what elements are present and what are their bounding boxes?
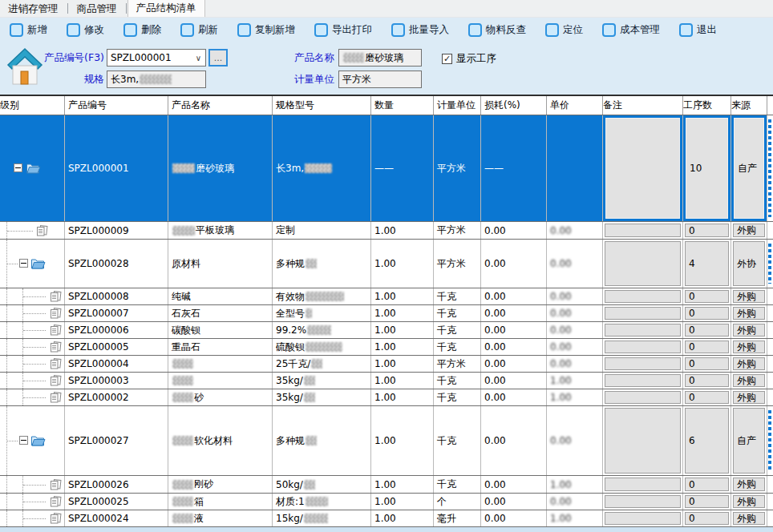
source-box: 外购	[733, 512, 765, 525]
cell-loss: 0.00	[481, 240, 547, 288]
column-header-price[interactable]: 单价	[547, 96, 603, 115]
document-icon	[49, 375, 62, 387]
source-box: 自产	[733, 408, 765, 474]
cost-management-button[interactable]: 成本管理	[602, 23, 660, 37]
product-code-combo[interactable]: SPZL000001 ∨	[107, 49, 206, 66]
cell-product-name: 箱	[168, 494, 273, 510]
column-header-loss[interactable]: 损耗(%)	[481, 96, 547, 115]
source-box: 外购	[733, 357, 765, 370]
column-header-product-name[interactable]: 产品名称	[168, 96, 273, 115]
add-button[interactable]: 新增	[10, 23, 47, 37]
cell-product-name: 液	[168, 510, 273, 526]
table-row[interactable]: SPZL00000425千克/1.00平方米0.000.000外购	[0, 356, 773, 373]
cell-edge	[767, 339, 773, 355]
locate-button[interactable]: 定位	[545, 23, 583, 37]
column-header-unit[interactable]: 计量单位	[434, 96, 481, 115]
remark-box	[605, 408, 681, 474]
export-print-button[interactable]: 导出打印	[314, 23, 372, 37]
cell-edge	[767, 373, 773, 389]
cell-spec: 35kg/	[273, 389, 371, 405]
show-process-label: 显示工序	[456, 52, 496, 66]
cell-level	[0, 222, 65, 239]
redacted-blur	[172, 226, 195, 236]
table-row[interactable]: SPZL000006碳酸钡99.2% 1.00千克0.000.000外购	[0, 322, 773, 339]
cell-price: 0.00	[547, 356, 603, 372]
cell-remark	[603, 494, 683, 510]
folder-open-icon	[30, 435, 46, 447]
cell-edge	[767, 288, 773, 304]
table-row[interactable]: SPZL000025箱材质:11.00个0.000.000外购	[0, 494, 773, 510]
tab-inventory-management[interactable]: 进销存管理	[0, 1, 67, 17]
process-count-box: 0	[685, 512, 729, 525]
redacted-blur	[304, 480, 315, 490]
column-header-spec[interactable]: 规格型号	[273, 96, 371, 115]
delete-button[interactable]: 删除	[123, 23, 161, 37]
table-row[interactable]: SPZL00000335kg/1.00千克0.001.000外购	[0, 373, 773, 389]
tree-collapse-toggle[interactable]	[19, 436, 28, 445]
show-process-checkbox[interactable]: ✓ 显示工序	[442, 52, 496, 66]
column-header-product-code[interactable]: 产品编号	[65, 96, 168, 115]
tab-commodity-management[interactable]: 商品管理	[69, 1, 125, 17]
table-row[interactable]: SPZL000027软化材料多种规1.00千克0.000.006自产	[0, 406, 773, 476]
column-header-process-count[interactable]: 工序数	[683, 96, 731, 115]
table-row[interactable]: SPZL000024液15kg/1.00毫升0.001.000外购	[0, 510, 773, 527]
unit-field[interactable]: 平方米	[338, 71, 422, 88]
cell-product-code: SPZL000024	[65, 510, 168, 526]
tree-collapse-toggle[interactable]	[14, 163, 22, 172]
cell-price: 0.00	[547, 288, 603, 304]
cell-spec: 全型号	[273, 305, 371, 321]
cell-product-code: SPZL000006	[65, 322, 168, 338]
cell-unit: 千克	[434, 373, 481, 389]
table-row[interactable]: SPZL000008纯碱有效物1.00千克0.000.000外购	[0, 288, 773, 305]
modify-button[interactable]: 修改	[67, 23, 104, 37]
redacted-blur	[311, 359, 322, 369]
tree-collapse-toggle[interactable]	[19, 259, 28, 268]
refresh-button[interactable]: 刷新	[180, 23, 218, 37]
cell-spec: 99.2%	[273, 322, 371, 338]
table-row[interactable]: SPZL000002砂35kg/1.00千克0.001.000外购	[0, 389, 773, 406]
table-row[interactable]: SPZL000001磨砂玻璃长3m,——平方米——10自产	[0, 115, 773, 222]
table-row[interactable]: SPZL000007石灰石全型号1.00千克0.000.000外购	[0, 305, 773, 322]
remark-box	[605, 341, 681, 353]
cell-level	[0, 406, 65, 475]
exit-button[interactable]: 退出	[679, 23, 717, 37]
cost-management-label: 成本管理	[620, 23, 660, 37]
cell-product-name: 平板玻璃	[168, 222, 273, 239]
table-row[interactable]: SPZL000026刚砂50kg/1.00千克0.001.000外购	[0, 476, 773, 494]
source-box: 外购	[733, 495, 765, 508]
cell-remark	[603, 115, 683, 221]
cell-remark	[603, 510, 683, 526]
browse-button[interactable]: ...	[208, 49, 228, 66]
redacted-blur	[172, 376, 193, 385]
column-header-qty[interactable]: 数量	[371, 96, 434, 115]
tab-separator	[67, 3, 68, 14]
cell-qty: 1.00	[371, 510, 434, 526]
copy-add-button[interactable]: 复制新增	[237, 23, 295, 37]
cell-loss: 0.00	[481, 494, 547, 510]
cell-product-code: SPZL000008	[65, 288, 168, 304]
cell-price: 1.00	[547, 373, 603, 389]
table-row[interactable]: SPZL000009平板玻璃定制1.00平方米0.000.000外购	[0, 222, 773, 240]
material-lookup-button[interactable]: 物料反查	[468, 23, 526, 37]
table-row[interactable]: SPZL000028原材料多种规1.00平方米0.000.004外协	[0, 240, 773, 288]
cell-price: 0.00	[547, 222, 603, 239]
cell-price: 0.00	[547, 494, 603, 510]
cell-qty: 1.00	[371, 406, 434, 475]
column-header-level[interactable]: 级别	[0, 96, 65, 115]
cell-process-count: 0	[683, 322, 731, 338]
cell-qty: ——	[371, 115, 434, 221]
cell-process-count: 10	[683, 115, 731, 221]
cell-process-count: 0	[683, 222, 731, 239]
document-icon	[49, 392, 62, 404]
process-count-box: 0	[685, 391, 729, 404]
tab-product-structure-list[interactable]: 产品结构清单	[127, 0, 205, 17]
material-lookup-icon	[468, 23, 482, 37]
column-header-remark[interactable]: 备注	[603, 96, 683, 115]
cell-product-name	[168, 373, 273, 389]
product-name-field[interactable]: 磨砂玻璃	[338, 49, 422, 66]
column-header-source[interactable]: 来源	[731, 96, 767, 115]
spec-field[interactable]: 长3m,	[107, 71, 206, 88]
batch-import-button[interactable]: 批量导入	[391, 23, 449, 37]
table-row[interactable]: SPZL000005重晶石硫酸钡1.00千克0.000.000外购	[0, 339, 773, 356]
cell-unit: 千克	[434, 322, 481, 338]
